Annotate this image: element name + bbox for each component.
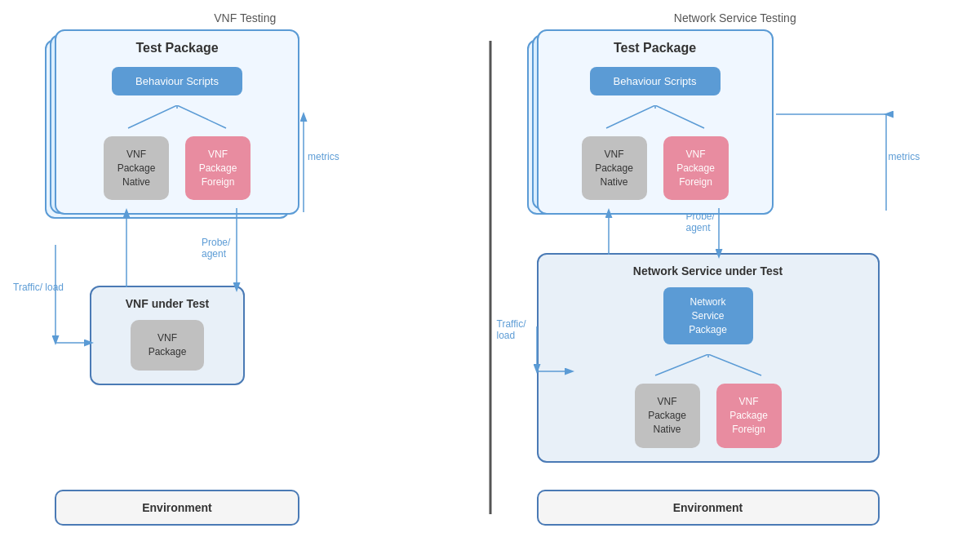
left-vnf-native: VNF Package Native bbox=[104, 136, 169, 200]
ns-connector-svg bbox=[606, 354, 810, 377]
ns-testing-title: Network Service Testing bbox=[490, 0, 981, 24]
right-under-test-vnf-foreign: VNF Package Foreign bbox=[716, 384, 782, 447]
vnf-testing-section: VNF Testing Test Package Behaviour Scrip… bbox=[0, 0, 490, 546]
svg-line-1 bbox=[177, 105, 226, 128]
right-behaviour-scripts: Behaviour Scripts bbox=[590, 67, 721, 95]
left-vnf-row: VNF Package Native VNF Package Foreign bbox=[69, 136, 285, 200]
right-test-vnf-row: VNF Package Native VNF Package Foreign bbox=[552, 136, 759, 200]
main-container: VNF Testing Test Package Behaviour Scrip… bbox=[0, 0, 980, 546]
right-test-vnf-native: VNF Package Native bbox=[582, 136, 647, 200]
right-under-test-vnf-native: VNF Package Native bbox=[635, 384, 700, 447]
svg-line-12 bbox=[655, 354, 708, 375]
connector-svg-right bbox=[574, 105, 737, 130]
left-metrics-label: metrics bbox=[308, 151, 339, 162]
svg-line-9 bbox=[606, 105, 655, 128]
right-under-test-title: Network Service under Test bbox=[552, 264, 865, 277]
left-vnf-foreign: VNF Package Foreign bbox=[185, 136, 251, 200]
right-test-vnf-foreign: VNF Package Foreign bbox=[663, 136, 729, 200]
right-under-test-box: Network Service under Test Network Servi… bbox=[537, 253, 880, 463]
left-under-test-box: VNF under Test VNF Package bbox=[90, 286, 245, 385]
ns-testing-section: Network Service Testing Test Package Beh… bbox=[490, 0, 981, 546]
right-under-test-vnf-row: VNF Package Native VNF Package Foreign bbox=[552, 384, 865, 447]
left-behaviour-scripts: Behaviour Scripts bbox=[112, 67, 242, 95]
svg-line-10 bbox=[655, 105, 704, 128]
left-probe-label: Probe/agent bbox=[202, 237, 230, 260]
right-test-package-title: Test Package bbox=[552, 41, 759, 55]
right-ns-package: Network Service Package bbox=[663, 287, 753, 344]
right-environment: Environment bbox=[537, 490, 880, 526]
left-test-package-title: Test Package bbox=[69, 41, 285, 55]
left-test-package-box: Test Package Behaviour Scripts VNF Packa… bbox=[55, 29, 299, 215]
left-environment: Environment bbox=[55, 490, 299, 526]
right-traffic-label: Traffic/load bbox=[497, 318, 526, 341]
right-test-package-box: Test Package Behaviour Scripts VNF Packa… bbox=[537, 29, 774, 215]
left-vnf-package: VNF Package bbox=[131, 320, 204, 371]
connector-svg-left bbox=[95, 105, 259, 130]
svg-line-13 bbox=[708, 354, 761, 375]
left-traffic-label: Traffic/ load bbox=[13, 282, 64, 293]
vnf-testing-title: VNF Testing bbox=[0, 0, 490, 24]
left-under-test-title: VNF under Test bbox=[104, 297, 230, 310]
right-metrics-label: metrics bbox=[889, 151, 920, 162]
svg-line-0 bbox=[128, 105, 177, 128]
